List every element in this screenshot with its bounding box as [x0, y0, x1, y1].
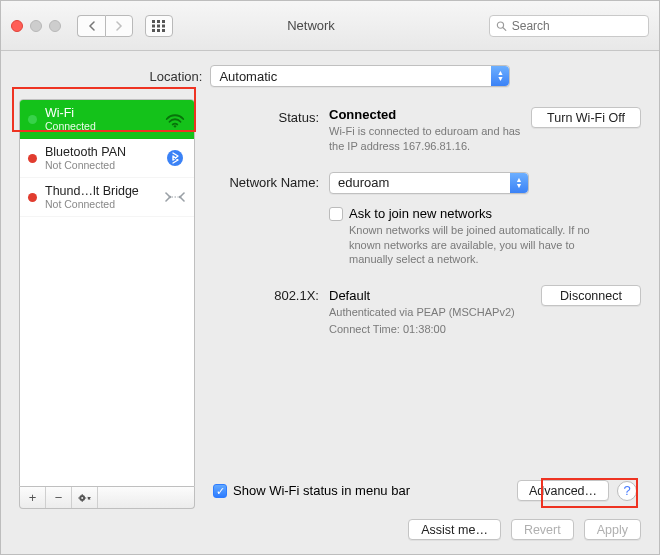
svg-rect-7	[157, 29, 160, 32]
network-name-value: eduroam	[338, 175, 389, 190]
svg-rect-3	[152, 24, 155, 27]
svg-rect-1	[157, 20, 160, 23]
revert-button[interactable]: Revert	[511, 519, 574, 540]
svg-rect-4	[157, 24, 160, 27]
svg-rect-6	[152, 29, 155, 32]
forward-button[interactable]	[105, 15, 133, 37]
location-popup[interactable]: Automatic ▲▼	[210, 65, 510, 87]
remove-service-button[interactable]: −	[46, 487, 72, 508]
svg-point-11	[174, 125, 176, 127]
svg-rect-19	[81, 500, 82, 501]
location-label: Location:	[150, 69, 203, 84]
service-name: Bluetooth PAN	[45, 145, 156, 159]
location-row: Location: Automatic ▲▼	[1, 51, 659, 99]
chevron-left-icon	[88, 21, 96, 31]
status-desc: Wi-Fi is connected to eduroam and has th…	[329, 124, 531, 154]
ask-join-desc: Known networks will be joined automatica…	[349, 223, 599, 268]
show-menubar-label: Show Wi-Fi status in menu bar	[233, 483, 410, 498]
help-button[interactable]: ?	[617, 481, 637, 501]
network-name-popup[interactable]: eduroam ▲▼	[329, 172, 529, 194]
svg-rect-20	[78, 497, 79, 498]
network-prefs-window: Network Location: Automatic ▲▼ Wi-Fi Con…	[0, 0, 660, 555]
search-field[interactable]	[489, 15, 649, 37]
question-icon: ?	[623, 483, 630, 498]
network-name-label: Network Name:	[209, 172, 329, 194]
wifi-toggle-button[interactable]: Turn Wi-Fi Off	[531, 107, 641, 128]
toolbar: Network	[1, 1, 659, 51]
ask-join-row: Ask to join new networks Known networks …	[209, 198, 641, 268]
svg-rect-0	[152, 20, 155, 23]
content: Wi-Fi Connected Bluetooth PAN Not Connec…	[1, 99, 659, 519]
service-sub: Not Connected	[45, 198, 156, 210]
updown-icon: ▲▼	[510, 173, 528, 193]
window-controls	[11, 20, 61, 32]
disconnect-button[interactable]: Disconnect	[541, 285, 641, 306]
thunderbolt-bridge-icon	[164, 188, 186, 206]
checkmark-icon: ✓	[213, 484, 227, 498]
status-label: Status:	[209, 107, 329, 154]
wifi-icon	[164, 110, 186, 128]
checkbox-box	[329, 207, 343, 221]
dot1x-label: 802.1X:	[209, 285, 329, 337]
status-dot-icon	[28, 154, 37, 163]
svg-rect-21	[84, 497, 85, 498]
service-list-toolbar: + −	[19, 487, 195, 509]
svg-point-14	[179, 196, 182, 199]
status-value: Connected	[329, 107, 531, 122]
advanced-button[interactable]: Advanced…	[517, 480, 609, 501]
updown-icon: ▲▼	[491, 66, 509, 86]
svg-point-17	[81, 497, 83, 499]
service-sub: Connected	[45, 120, 156, 132]
sidebar: Wi-Fi Connected Bluetooth PAN Not Connec…	[19, 99, 195, 509]
chevron-right-icon	[115, 21, 123, 31]
sidebar-item-thunderbolt-bridge[interactable]: Thund…lt Bridge Not Connected	[20, 178, 194, 217]
status-dot-icon	[28, 115, 37, 124]
service-name: Thund…lt Bridge	[45, 184, 156, 198]
ask-join-label: Ask to join new networks	[349, 206, 599, 221]
back-button[interactable]	[77, 15, 105, 37]
dot1x-desc2: Connect Time: 01:38:00	[329, 322, 529, 337]
ask-join-checkbox[interactable]: Ask to join new networks Known networks …	[329, 206, 641, 268]
footer: Assist me… Revert Apply	[1, 519, 659, 554]
status-row: Status: Connected Wi-Fi is connected to …	[209, 107, 641, 154]
gear-icon	[78, 491, 92, 505]
svg-line-10	[503, 27, 506, 30]
show-menubar-checkbox[interactable]: ✓ Show Wi-Fi status in menu bar	[213, 483, 410, 498]
svg-point-9	[497, 21, 503, 27]
search-icon	[496, 20, 507, 32]
bluetooth-icon	[164, 149, 186, 167]
grid-icon	[152, 20, 166, 32]
detail-bottom-bar: ✓ Show Wi-Fi status in menu bar Advanced…	[209, 474, 641, 509]
network-name-row: Network Name: eduroam ▲▼	[209, 172, 641, 194]
service-action-menu[interactable]	[72, 487, 98, 508]
search-input[interactable]	[512, 19, 642, 33]
status-dot-icon	[28, 193, 37, 202]
zoom-button[interactable]	[49, 20, 61, 32]
dot1x-value: Default	[329, 285, 529, 303]
service-name: Wi-Fi	[45, 106, 156, 120]
close-button[interactable]	[11, 20, 23, 32]
assist-button[interactable]: Assist me…	[408, 519, 501, 540]
apply-button[interactable]: Apply	[584, 519, 641, 540]
detail-pane: Status: Connected Wi-Fi is connected to …	[209, 99, 641, 509]
add-service-button[interactable]: +	[20, 487, 46, 508]
sidebar-item-bluetooth[interactable]: Bluetooth PAN Not Connected	[20, 139, 194, 178]
service-sub: Not Connected	[45, 159, 156, 171]
nav-buttons	[77, 15, 133, 37]
sidebar-item-wifi[interactable]: Wi-Fi Connected	[20, 100, 194, 139]
service-list[interactable]: Wi-Fi Connected Bluetooth PAN Not Connec…	[19, 99, 195, 487]
location-value: Automatic	[219, 69, 277, 84]
dot1x-desc1: Authenticated via PEAP (MSCHAPv2)	[329, 305, 529, 320]
dot1x-row: 802.1X: Default Authenticated via PEAP (…	[209, 285, 641, 337]
window-title: Network	[165, 18, 457, 33]
svg-rect-18	[81, 494, 82, 495]
minimize-button[interactable]	[30, 20, 42, 32]
svg-point-13	[169, 196, 172, 199]
